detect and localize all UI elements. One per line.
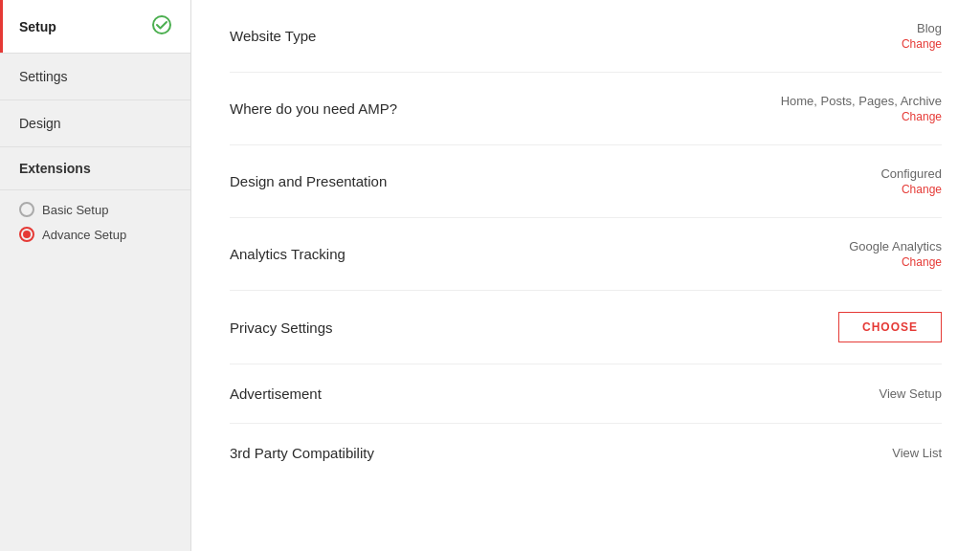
radio-circle-basic (19, 202, 34, 217)
label-website-type: Website Type (230, 28, 316, 44)
label-privacy-settings: Privacy Settings (230, 320, 333, 336)
actions-website-type: Blog Change (902, 21, 942, 51)
radio-label-advance: Advance Setup (42, 228, 126, 242)
radio-basic-setup[interactable]: Basic Setup (19, 202, 171, 217)
row-website-type: Website Type Blog Change (230, 0, 942, 73)
actions-amp: Home, Posts, Pages, Archive Change (781, 94, 942, 123)
change-analytics[interactable]: Change (902, 255, 942, 269)
label-design-presentation: Design and Presentation (230, 173, 387, 189)
actions-third-party: View List (892, 446, 942, 460)
change-website-type[interactable]: Change (902, 37, 942, 51)
choose-button[interactable]: CHOOSE (838, 312, 942, 342)
actions-advertisement: View Setup (879, 386, 942, 401)
radio-advance-setup[interactable]: Advance Setup (19, 227, 171, 242)
sidebar: Setup Settings Design Extensions Basic S… (0, 0, 191, 551)
svg-point-0 (153, 16, 170, 33)
value-analytics: Google Analytics (849, 239, 942, 253)
change-amp[interactable]: Change (902, 110, 942, 123)
row-amp: Where do you need AMP? Home, Posts, Page… (230, 73, 942, 145)
value-website-type: Blog (917, 21, 942, 35)
actions-privacy-settings: CHOOSE (838, 312, 942, 342)
change-design-presentation[interactable]: Change (902, 183, 942, 196)
label-analytics: Analytics Tracking (230, 246, 345, 262)
value-amp: Home, Posts, Pages, Archive (781, 94, 942, 108)
sidebar-label-settings: Settings (19, 69, 68, 84)
sidebar-item-design[interactable]: Design (0, 100, 190, 147)
main-content: Website Type Blog Change Where do you ne… (191, 0, 980, 551)
actions-design-presentation: Configured Change (880, 166, 942, 196)
actions-analytics: Google Analytics Change (849, 239, 942, 269)
row-analytics: Analytics Tracking Google Analytics Chan… (230, 218, 942, 291)
sidebar-item-setup[interactable]: Setup (0, 0, 190, 54)
label-advertisement: Advertisement (230, 386, 322, 402)
label-third-party: 3rd Party Compatibility (230, 445, 374, 461)
sidebar-label-design: Design (19, 116, 61, 131)
row-design-presentation: Design and Presentation Configured Chang… (230, 145, 942, 218)
check-icon (152, 15, 171, 37)
radio-label-basic: Basic Setup (42, 203, 108, 217)
value-design-presentation: Configured (880, 166, 942, 181)
row-third-party: 3rd Party Compatibility View List (230, 424, 942, 482)
sidebar-label-setup: Setup (19, 19, 56, 34)
view-third-party[interactable]: View List (892, 446, 942, 460)
radio-group: Basic Setup Advance Setup (0, 190, 190, 253)
view-advertisement[interactable]: View Setup (879, 386, 942, 401)
radio-circle-advance (19, 227, 34, 242)
label-amp: Where do you need AMP? (230, 100, 397, 117)
row-advertisement: Advertisement View Setup (230, 364, 942, 424)
sidebar-item-settings[interactable]: Settings (0, 54, 190, 100)
extensions-label: Extensions (0, 147, 190, 190)
row-privacy-settings: Privacy Settings CHOOSE (230, 291, 942, 364)
